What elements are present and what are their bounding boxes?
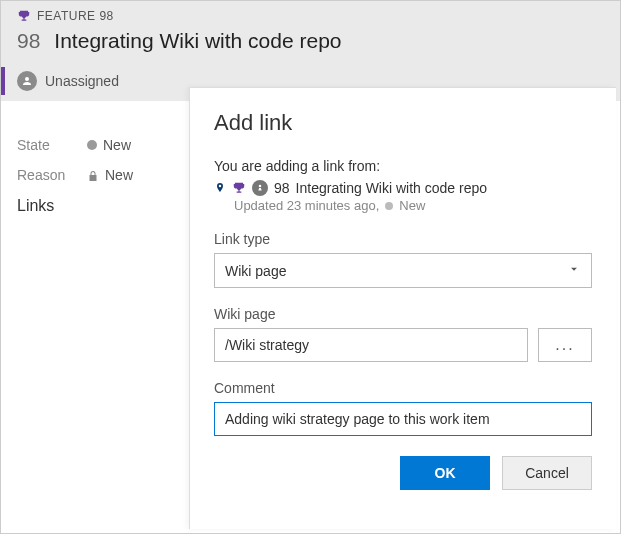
reason-value: New — [105, 167, 133, 183]
comment-input[interactable] — [214, 402, 592, 436]
browse-label: ... — [555, 336, 574, 354]
link-type-value: Wiki page — [225, 263, 286, 279]
accent-bar — [1, 67, 5, 95]
ok-label: OK — [435, 465, 456, 481]
source-work-item: 98 Integrating Wiki with code repo — [214, 180, 592, 196]
dialog-title: Add link — [214, 110, 592, 136]
source-meta: Updated 23 minutes ago, New — [234, 198, 592, 213]
link-type-select[interactable]: Wiki page — [214, 253, 592, 288]
state-value-wrap: New — [87, 137, 131, 153]
browse-button[interactable]: ... — [538, 328, 592, 362]
dialog-button-row: OK Cancel — [214, 456, 592, 490]
state-value: New — [103, 137, 131, 153]
ok-button[interactable]: OK — [400, 456, 490, 490]
cancel-label: Cancel — [525, 465, 569, 481]
work-item-title: Integrating Wiki with code repo — [54, 29, 341, 53]
add-link-dialog: Add link You are adding a link from: 98 … — [189, 87, 616, 529]
pawn-icon — [252, 180, 268, 196]
reason-label: Reason — [17, 167, 73, 183]
trophy-icon — [17, 9, 31, 23]
lock-icon — [87, 170, 99, 182]
reason-value-wrap: New — [87, 167, 133, 183]
work-item-id: 98 — [17, 29, 40, 53]
wiki-page-value: /Wiki strategy — [225, 337, 309, 353]
work-item-type-line: FEATURE 98 — [1, 3, 620, 25]
trophy-icon — [232, 181, 246, 195]
comment-label: Comment — [214, 380, 592, 396]
wiki-page-label: Wiki page — [214, 306, 592, 322]
dialog-intro: You are adding a link from: — [214, 158, 592, 174]
source-title: Integrating Wiki with code repo — [296, 180, 487, 196]
status-dot-icon — [385, 202, 393, 210]
links-section-label: Links — [17, 197, 173, 215]
state-label: State — [17, 137, 73, 153]
cancel-button[interactable]: Cancel — [502, 456, 592, 490]
wiki-page-input[interactable]: /Wiki strategy — [214, 328, 528, 362]
left-fields-panel: State New Reason New Links — [1, 119, 189, 233]
status-dot-icon — [87, 140, 97, 150]
source-state: New — [399, 198, 425, 213]
state-field[interactable]: State New — [17, 137, 173, 153]
work-item-dialog-frame: FEATURE 98 98 Integrating Wiki with code… — [0, 0, 621, 534]
source-updated: Updated 23 minutes ago, — [234, 198, 379, 213]
chevron-down-icon — [567, 262, 581, 279]
link-type-label: Link type — [214, 231, 592, 247]
assignee-label: Unassigned — [45, 73, 119, 89]
work-item-type-label: FEATURE 98 — [37, 9, 114, 23]
work-item-title-line: 98 Integrating Wiki with code repo — [1, 25, 620, 65]
work-item-header: FEATURE 98 98 Integrating Wiki with code… — [1, 1, 620, 101]
pin-icon — [214, 181, 226, 195]
reason-field[interactable]: Reason New — [17, 167, 173, 183]
person-icon — [17, 71, 37, 91]
source-id: 98 — [274, 180, 290, 196]
